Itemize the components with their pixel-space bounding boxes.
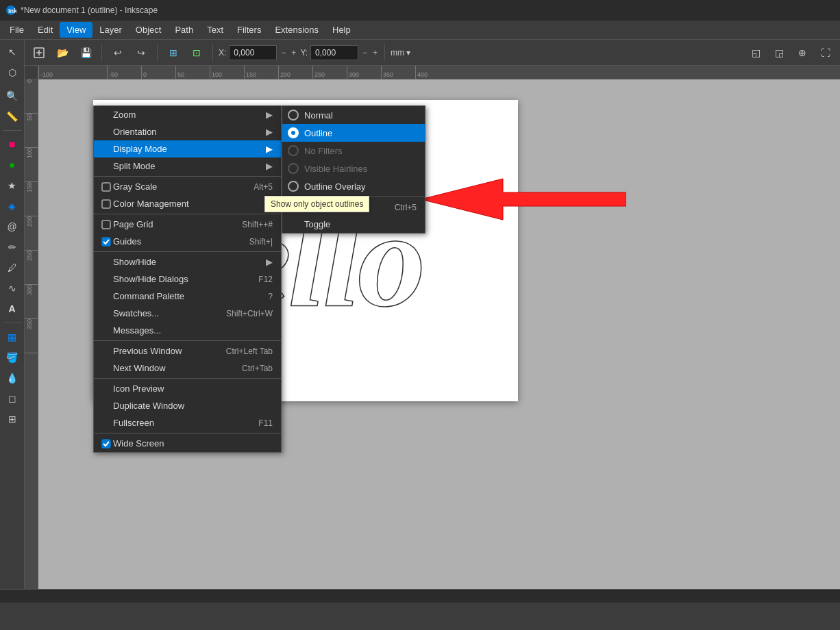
menu-path[interactable]: Path (168, 22, 200, 38)
vm-fullscreen[interactable]: Fullscreen F11 (94, 414, 281, 431)
redo-btn[interactable]: ↪ (131, 42, 151, 63)
snap5-btn[interactable]: ⊕ (792, 42, 813, 63)
select-tool[interactable]: ↖ (3, 42, 22, 62)
vm-swatches[interactable]: Swatches... Shift+Ctrl+W (94, 305, 281, 322)
rect-tool[interactable]: ■ (3, 135, 22, 154)
save-btn[interactable]: 💾 (75, 42, 96, 63)
dm-toggle[interactable]: Toggle (282, 216, 425, 233)
new-btn[interactable] (29, 42, 49, 63)
spiral-tool[interactable]: @ (3, 217, 22, 236)
open-btn[interactable]: 📂 (52, 42, 73, 63)
dm-no-filters-label: No Filters (304, 146, 343, 156)
vm-nw-label: Next Window (113, 363, 236, 373)
measure-tool[interactable]: 📏 (3, 107, 22, 126)
vm-gray-scale[interactable]: Gray Scale Alt+5 (94, 178, 281, 195)
htick-250: 250 (312, 66, 347, 79)
vm-show-hide[interactable]: Show/Hide ▶ (94, 253, 281, 270)
x-plus[interactable]: + (290, 48, 297, 58)
title-bar: Ink *New document 1 (outline) - Inkscape (0, 0, 840, 21)
menu-bar: File Edit View Layer Object Path Text Fi… (0, 21, 840, 40)
menu-extensions[interactable]: Extensions (268, 22, 325, 38)
paint-bucket-tool[interactable]: 🪣 (3, 348, 22, 367)
pencil-tool[interactable]: ✏ (3, 238, 22, 257)
vm-guides[interactable]: Guides Shift+| (94, 233, 281, 250)
vm-gray-scale-shortcut: Alt+5 (254, 182, 273, 192)
vm-sw-label: Swatches... (113, 308, 221, 318)
vtick-300: 300 (25, 285, 38, 319)
tooltip: Show only object outlines (264, 196, 369, 212)
dm-outline[interactable]: Outline (282, 124, 425, 142)
vm-guides-check (99, 237, 113, 247)
menu-help[interactable]: Help (325, 22, 358, 38)
menu-view[interactable]: View (60, 22, 92, 38)
svg-rect-7 (102, 183, 110, 191)
dm-normal[interactable]: Normal (282, 106, 425, 124)
dm-no-filters[interactable]: No Filters (282, 142, 425, 160)
connector-tool[interactable]: ⊞ (3, 410, 22, 429)
main-area: ↖ ⬡ 🔍 📏 ■ ● ★ ◈ @ ✏ 🖊 ∿ A ▦ 🪣 💧 ◻ ⊞ 📂 💾 … (0, 40, 840, 589)
dm-outline-overlay[interactable]: Outline Overlay (282, 177, 425, 195)
y-plus[interactable]: + (371, 48, 379, 58)
dm-visible-hairlines[interactable]: Visible Hairlines (282, 160, 425, 177)
vm-wide-screen[interactable]: Wide Screen (94, 435, 281, 452)
y-minus[interactable]: − (361, 48, 369, 58)
vm-messages[interactable]: Messages... (94, 322, 281, 339)
vm-shd-label: Show/Hide Dialogs (113, 274, 253, 284)
gradient-tool[interactable]: ▦ (3, 327, 22, 346)
menu-layer[interactable]: Layer (92, 22, 129, 38)
text-tool[interactable]: A (3, 299, 22, 318)
vm-command-palette[interactable]: Command Palette ? (94, 288, 281, 305)
vm-sep6 (94, 433, 281, 433)
menu-text[interactable]: Text (200, 22, 230, 38)
canvas-background[interactable]: -100 -50 0 50 100 150 200 250 300 350 40… (38, 66, 840, 589)
zoom-fit-btn[interactable]: ⛶ (815, 42, 836, 63)
vm-zoom[interactable]: Zoom ▶ (94, 106, 281, 123)
x-minus[interactable]: − (280, 48, 287, 58)
snap2-btn[interactable]: ⊡ (186, 42, 207, 63)
vm-page-grid[interactable]: Page Grid Shift++# (94, 216, 281, 233)
menu-edit[interactable]: Edit (31, 22, 60, 38)
htick-200: 200 (278, 66, 312, 79)
undo-btn[interactable]: ↩ (108, 42, 128, 63)
vm-next-window[interactable]: Next Window Ctrl+Tab (94, 360, 281, 377)
vm-orientation[interactable]: Orientation ▶ (94, 123, 281, 140)
menu-filters[interactable]: Filters (230, 22, 268, 38)
vtick-0: 0 (25, 79, 38, 114)
circle-tool[interactable]: ● (3, 155, 22, 175)
vm-page-grid-shortcut: Shift++# (242, 220, 273, 229)
vm-display-mode[interactable]: Display Mode ▶ (94, 140, 281, 158)
vm-show-hide-dialogs[interactable]: Show/Hide Dialogs F12 (94, 270, 281, 288)
vm-previous-window[interactable]: Previous Window Ctrl+Left Tab (94, 342, 281, 360)
x-input[interactable] (229, 45, 277, 60)
eraser-tool[interactable]: ◻ (3, 389, 22, 408)
dropper-tool[interactable]: 💧 (3, 368, 22, 388)
vm-split-mode[interactable]: Split Mode ▶ (94, 158, 281, 175)
3d-box-tool[interactable]: ◈ (3, 197, 22, 216)
x-label: X: (219, 48, 226, 58)
snap3-btn[interactable]: ◱ (745, 42, 766, 63)
htick-neg50: -50 (107, 66, 141, 79)
left-toolbar: ↖ ⬡ 🔍 📏 ■ ● ★ ◈ @ ✏ 🖊 ∿ A ▦ 🪣 💧 ◻ ⊞ (0, 40, 25, 589)
menu-object[interactable]: Object (129, 22, 169, 38)
snap4-btn[interactable]: ◲ (769, 42, 789, 63)
y-input[interactable] (310, 45, 358, 60)
star-tool[interactable]: ★ (3, 176, 22, 195)
node-tool[interactable]: ⬡ (3, 63, 22, 82)
htick-50: 50 (175, 66, 210, 79)
app-icon: Ink (5, 5, 16, 16)
snap-btn[interactable]: ⊞ (163, 42, 184, 63)
menu-file[interactable]: File (3, 22, 31, 38)
svg-text:Ink: Ink (8, 8, 16, 14)
calligraphy-tool[interactable]: ∿ (3, 279, 22, 298)
vm-icon-preview[interactable]: Icon Preview (94, 380, 281, 397)
pen-tool[interactable]: 🖊 (3, 258, 22, 277)
vm-display-mode-arrow: ▶ (266, 144, 273, 154)
y-coord-field: Y: − + (300, 45, 379, 60)
vm-duplicate-window[interactable]: Duplicate Window (94, 397, 281, 414)
svg-rect-11 (102, 440, 110, 448)
vtick-350: 350 (25, 319, 38, 353)
zoom-tool[interactable]: 🔍 (3, 86, 22, 105)
vm-nw-shortcut: Ctrl+Tab (242, 364, 273, 373)
vertical-ruler: 0 50 100 150 200 250 300 350 (25, 66, 38, 589)
vm-color-management[interactable]: Color Management (94, 195, 281, 212)
